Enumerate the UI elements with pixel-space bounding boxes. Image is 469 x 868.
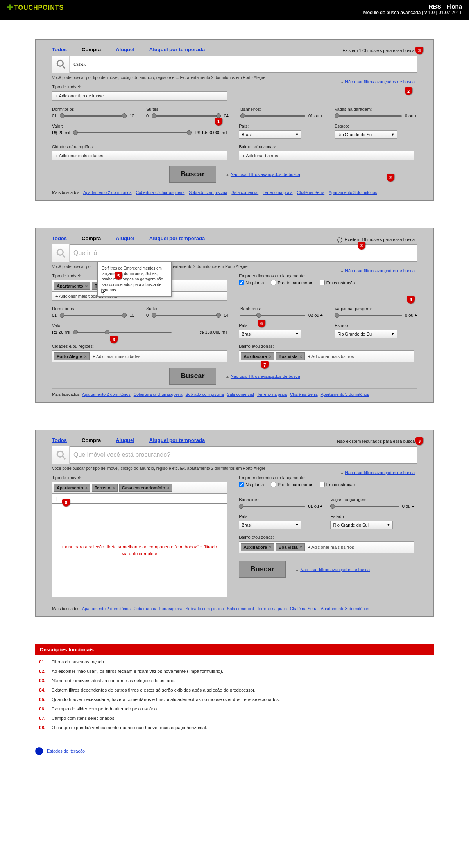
close-icon[interactable]: × (167, 485, 170, 490)
advanced-toggle-link-2[interactable]: ▲Não usar filtros avançados de busca (295, 567, 370, 572)
token-apartamento[interactable]: Apartamento× (54, 484, 90, 492)
tipo-field[interactable]: + Adicionar tipo de imóvel (52, 91, 227, 101)
vagas-slider[interactable]: 0 ou + (335, 113, 417, 118)
mb-link[interactable]: Apartamento 3 dormitórios (321, 392, 369, 397)
pais-select[interactable]: Brasil▼ (239, 130, 301, 139)
advanced-toggle-link[interactable]: ▲Não usar filtros avançados de busca (340, 268, 415, 273)
valor-slider[interactable]: R$ 20 milR$ 1.500.000 mil (52, 130, 227, 135)
vagas-slider[interactable]: 0 ou + (330, 504, 414, 509)
close-icon[interactable]: × (269, 545, 271, 550)
buscar-button[interactable]: Buscar (169, 368, 216, 385)
chk-pronto[interactable]: Pronto para morar (271, 482, 312, 487)
chk-construcao[interactable]: Em construção (320, 280, 355, 285)
buscar-button[interactable]: Buscar (239, 561, 286, 578)
search-input[interactable] (70, 451, 417, 458)
chk-planta[interactable]: Na planta (239, 482, 264, 487)
mb-link[interactable]: Cobertura c/ churrasqueira (136, 190, 185, 195)
cidades-tokenbox[interactable]: Porto Alegre× + Adicionar mais cidades (52, 350, 227, 362)
mb-link[interactable]: Chalé na Serra (290, 606, 318, 611)
search-icon[interactable] (52, 244, 70, 262)
mb-link[interactable]: Terreno na praia (263, 190, 292, 195)
close-icon[interactable]: × (300, 545, 302, 550)
autocomplete-input[interactable]: | (52, 494, 227, 503)
mb-link[interactable]: Chalé na Serra (297, 190, 325, 195)
pais-select[interactable]: Brasil▼ (239, 521, 301, 529)
close-icon[interactable]: × (85, 284, 88, 288)
close-icon[interactable]: × (300, 354, 302, 359)
mb-link[interactable]: Apartamento 2 dormitórios (82, 606, 131, 611)
vagas-slider[interactable]: 0 ou + (335, 313, 417, 318)
token-boavista[interactable]: Boa vista× (276, 543, 305, 551)
add-more-cidades[interactable]: + Adicionar mais cidades (91, 353, 142, 359)
mb-link[interactable]: Apartamento 2 dormitórios (82, 392, 131, 397)
token-casa[interactable]: Casa em condomínio× (119, 484, 172, 492)
chk-construcao[interactable]: Em construção (320, 482, 355, 487)
mb-link[interactable]: Cobertura c/ churrasqueira (134, 392, 183, 397)
buscar-button[interactable]: Buscar (169, 166, 216, 183)
autocomplete-menu[interactable]: menu para a seleção direta semelhante ao… (52, 503, 227, 597)
tipo-tokenbox[interactable]: Apartamento× Terreno× Casa em condomínio… (52, 482, 227, 494)
mb-link[interactable]: Sala comercial (227, 392, 254, 397)
chk-pronto[interactable]: Pronto para morar (271, 280, 312, 285)
mb-link[interactable]: Apartamento 2 dormitórios (83, 190, 132, 195)
tab-todos[interactable]: Todos (52, 47, 67, 52)
cidades-field[interactable]: + Adicionar mais cidades (52, 151, 227, 160)
mb-link[interactable]: Apartamento 3 dormitórios (329, 190, 377, 195)
close-icon[interactable]: × (84, 354, 87, 359)
token-terreno[interactable]: Terreno× (92, 484, 118, 492)
search-box[interactable] (52, 56, 417, 73)
add-more-bairros[interactable]: + Adicionar mais bairros (306, 353, 356, 359)
estado-select[interactable]: Rio Grande do Sul▼ (330, 521, 393, 529)
dorm-slider[interactable]: 0110 (52, 313, 134, 318)
token-auxiliadora[interactable]: Auxiliadora× (241, 543, 274, 551)
bairros-tokenbox[interactable]: Auxiliadora× Boa vista× + Adicionar mais… (239, 541, 414, 553)
advanced-toggle-link[interactable]: ▲Não usar filtros avançados de busca (340, 470, 415, 475)
bairros-field[interactable]: + Adicionar bairros (239, 151, 414, 160)
search-input[interactable] (70, 250, 417, 257)
mb-link[interactable]: Sobrado com piscina (189, 190, 227, 195)
mb-link[interactable]: Terreno na praia (257, 606, 287, 611)
tab-aluguel[interactable]: Aluguel (116, 235, 134, 241)
estado-select[interactable]: Rio Grande do Sul▼ (335, 130, 397, 139)
pais-select[interactable]: Brasil▼ (239, 330, 301, 338)
tab-compra[interactable]: Compra (82, 437, 101, 443)
token-apartamento[interactable]: Apartamento× (54, 282, 90, 290)
tab-aluguel[interactable]: Aluguel (116, 47, 134, 52)
mb-link[interactable]: Sobrado com piscina (186, 392, 224, 397)
close-icon[interactable]: × (112, 485, 115, 490)
chk-planta[interactable]: Na planta (239, 280, 264, 285)
search-icon[interactable] (52, 446, 70, 464)
tab-temporada[interactable]: Aluguel por temporada (149, 47, 205, 52)
advanced-toggle-link-2[interactable]: ▲Não usar filtros avançados de busca (226, 172, 300, 177)
bairros-tokenbox[interactable]: Auxiliadora× Boa vista× + Adicionar mais… (239, 350, 414, 362)
tab-temporada[interactable]: Aluguel por temporada (149, 437, 205, 443)
close-icon[interactable]: × (269, 354, 271, 359)
mb-link[interactable]: Apartamento 3 dormitórios (321, 606, 369, 611)
advanced-toggle-link[interactable]: ▲Não usar filtros avançados de busca (340, 79, 415, 84)
tab-todos[interactable]: Todos (52, 235, 67, 241)
suites-slider[interactable]: 004 (146, 313, 229, 318)
advanced-toggle-link-2[interactable]: ▲Não usar filtros avançados de busca (226, 374, 300, 379)
banh-slider[interactable]: 01 ou + (239, 504, 322, 509)
banh-slider[interactable]: 02 ou + (240, 313, 323, 318)
valor-slider[interactable]: R$ 20 milR$ 150.000 mil (52, 330, 227, 334)
close-icon[interactable]: × (85, 485, 88, 490)
search-icon[interactable] (52, 56, 70, 73)
banh-slider[interactable]: 01 ou + (240, 113, 323, 118)
tab-todos[interactable]: Todos (52, 437, 67, 443)
tab-compra[interactable]: Compra (82, 235, 101, 241)
tab-temporada[interactable]: Aluguel por temporada (149, 235, 205, 241)
mb-link[interactable]: Sala comercial (227, 606, 254, 611)
token-porto-alegre[interactable]: Porto Alegre× (54, 352, 90, 360)
mb-link[interactable]: Sala comercial (231, 190, 258, 195)
tab-compra[interactable]: Compra (82, 47, 101, 52)
tab-aluguel[interactable]: Aluguel (116, 437, 134, 443)
dorm-slider[interactable]: 0110 (52, 113, 134, 118)
estado-select[interactable]: Rio Grande do Sul▼ (335, 330, 397, 338)
add-more-bairros[interactable]: + Adicionar mais bairros (306, 544, 356, 550)
mb-link[interactable]: Cobertura c/ churrasqueira (134, 606, 183, 611)
token-auxiliadora[interactable]: Auxiliadora× (241, 352, 274, 360)
mb-link[interactable]: Terreno na praia (257, 392, 287, 397)
mb-link[interactable]: Chalé na Serra (290, 392, 318, 397)
token-boavista[interactable]: Boa vista× (276, 352, 305, 360)
